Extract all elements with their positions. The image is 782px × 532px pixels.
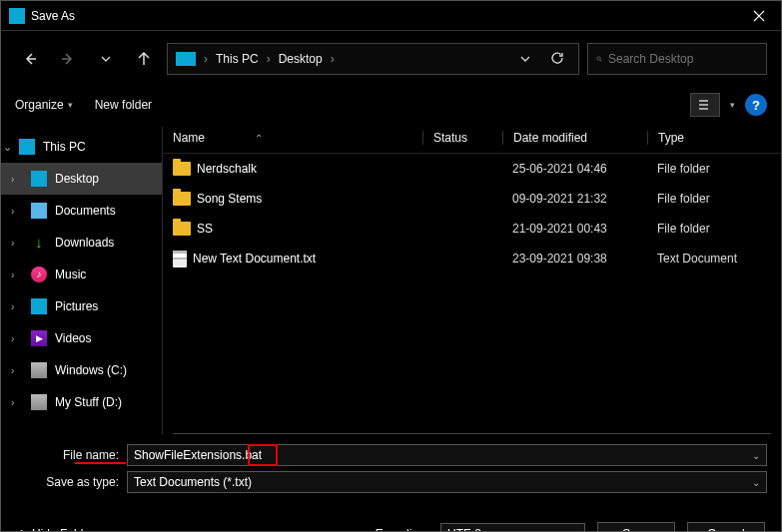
new-folder-button[interactable]: New folder <box>95 98 152 112</box>
file-row[interactable]: New Text Document.txt23-09-2021 09:38Tex… <box>163 244 781 273</box>
this-pc-icon <box>19 139 35 155</box>
column-header-status[interactable]: Status <box>422 131 502 145</box>
arrow-left-icon <box>22 51 38 67</box>
sidebar-this-pc[interactable]: ⌄ This PC <box>1 131 162 163</box>
folder-icon <box>173 192 191 206</box>
window-title: Save As <box>31 9 737 23</box>
back-button[interactable] <box>15 44 45 74</box>
file-list: Nerdschalk25-06-2021 04:46File folderSon… <box>163 154 781 433</box>
documents-icon <box>31 203 47 219</box>
address-dropdown[interactable] <box>512 52 538 66</box>
refresh-icon <box>550 51 564 65</box>
column-headers: Name ⌃ Status Date modified Type <box>163 127 781 154</box>
search-box[interactable] <box>587 43 767 75</box>
chevron-right-icon[interactable]: › <box>11 301 14 312</box>
file-date: 25-06-2021 04:46 <box>502 162 647 176</box>
caret-down-icon: ▾ <box>68 100 73 110</box>
chevron-right-icon[interactable]: › <box>11 174 14 185</box>
close-button[interactable] <box>737 1 781 31</box>
sidebar-item-drive-d[interactable]: › My Stuff (D:) <box>1 386 162 418</box>
search-input[interactable] <box>608 52 758 66</box>
refresh-button[interactable] <box>544 51 570 68</box>
encoding-select[interactable]: UTF-8 ⌄ <box>440 523 585 532</box>
help-button[interactable]: ? <box>745 94 767 116</box>
sidebar-item-pictures[interactable]: › Pictures <box>1 290 162 322</box>
folder-icon <box>173 162 191 176</box>
dropdown-icon[interactable]: ⌄ <box>570 529 578 533</box>
sidebar-item-label: Music <box>55 267 86 281</box>
sidebar-item-label: My Stuff (D:) <box>55 395 122 409</box>
file-row[interactable]: Song Stems09-09-2021 21:32File folder <box>163 184 781 214</box>
help-icon: ? <box>752 98 760 113</box>
svg-point-0 <box>597 57 600 60</box>
view-options-button[interactable] <box>690 93 720 117</box>
history-button[interactable] <box>91 44 121 74</box>
save-button[interactable]: Save <box>597 522 675 532</box>
chevron-up-icon: ⌃ <box>17 528 26 533</box>
save-type-value: Text Documents (*.txt) <box>134 475 252 489</box>
sidebar-item-downloads[interactable]: › ↓ Downloads <box>1 227 162 259</box>
sidebar-item-documents[interactable]: › Documents <box>1 195 162 227</box>
save-type-select[interactable]: Text Documents (*.txt) ⌄ <box>127 471 767 493</box>
file-date: 21-09-2021 00:43 <box>502 222 647 236</box>
up-button[interactable] <box>129 44 159 74</box>
breadcrumb-root[interactable]: This PC <box>216 52 259 66</box>
file-name: New Text Document.txt <box>193 252 316 266</box>
breadcrumb-current[interactable]: Desktop <box>279 52 323 66</box>
desktop-icon <box>31 171 47 187</box>
search-icon <box>596 52 602 66</box>
column-header-type[interactable]: Type <box>647 131 771 145</box>
organize-label: Organize <box>15 98 64 112</box>
file-type: Text Document <box>647 252 771 266</box>
encoding-value: UTF-8 <box>447 527 481 532</box>
chevron-down-icon[interactable]: ⌄ <box>3 141 12 154</box>
file-row[interactable]: Nerdschalk25-06-2021 04:46File folder <box>163 154 781 184</box>
chevron-right-icon[interactable]: › <box>11 397 14 408</box>
chevron-right-icon[interactable]: › <box>11 333 14 344</box>
chevron-down-icon <box>520 55 530 63</box>
breadcrumb-separator: › <box>331 52 335 66</box>
sidebar-item-label: Videos <box>55 331 91 345</box>
column-header-date[interactable]: Date modified <box>502 131 647 145</box>
column-header-name[interactable]: Name ⌃ <box>173 131 422 145</box>
arrow-right-icon <box>60 51 76 67</box>
file-date: 09-09-2021 21:32 <box>502 192 647 206</box>
dropdown-icon[interactable]: ⌄ <box>752 450 760 461</box>
cancel-button[interactable]: Cancel <box>687 522 765 532</box>
sidebar-item-drive-c[interactable]: › Windows (C:) <box>1 354 162 386</box>
close-icon <box>753 10 765 22</box>
list-view-icon <box>698 99 712 111</box>
file-type: File folder <box>647 192 771 206</box>
breadcrumb-separator: › <box>204 52 208 66</box>
music-icon: ♪ <box>31 266 47 282</box>
folder-icon <box>173 222 191 236</box>
organize-button[interactable]: Organize ▾ <box>15 98 73 112</box>
new-folder-label: New folder <box>95 98 152 112</box>
file-name-input[interactable]: ShowFileExtensions.bat ⌄ <box>127 444 767 466</box>
chevron-right-icon[interactable]: › <box>11 206 14 217</box>
dropdown-icon[interactable]: ⌄ <box>752 477 760 488</box>
chevron-right-icon[interactable]: › <box>11 269 14 280</box>
sidebar-item-desktop[interactable]: › Desktop <box>1 163 162 195</box>
sidebar-item-videos[interactable]: › ▶ Videos <box>1 322 162 354</box>
file-name-value: ShowFileExtensions.bat <box>134 448 262 462</box>
sidebar-item-music[interactable]: › ♪ Music <box>1 259 162 290</box>
column-name-label: Name <box>173 131 205 145</box>
location-icon <box>176 52 196 66</box>
file-date: 23-09-2021 09:38 <box>502 252 647 266</box>
sidebar-item-label: Pictures <box>55 299 98 313</box>
file-name: Song Stems <box>197 192 262 206</box>
file-row[interactable]: SS21-09-2021 00:43File folder <box>163 214 781 244</box>
address-bar[interactable]: › This PC › Desktop › <box>167 43 579 75</box>
caret-down-icon[interactable]: ▾ <box>730 100 735 110</box>
forward-button[interactable] <box>53 44 83 74</box>
sidebar-root-label: This PC <box>43 140 86 154</box>
chevron-right-icon[interactable]: › <box>11 238 14 249</box>
chevron-right-icon[interactable]: › <box>11 365 14 376</box>
sidebar: ⌄ This PC › Desktop › Documents › ↓ Down… <box>1 127 163 434</box>
text-file-icon <box>173 251 187 267</box>
hide-folders-button[interactable]: ⌃ Hide Folders <box>17 527 100 532</box>
sidebar-item-label: Downloads <box>55 236 114 250</box>
file-name: SS <box>197 222 213 236</box>
downloads-icon: ↓ <box>31 235 47 251</box>
